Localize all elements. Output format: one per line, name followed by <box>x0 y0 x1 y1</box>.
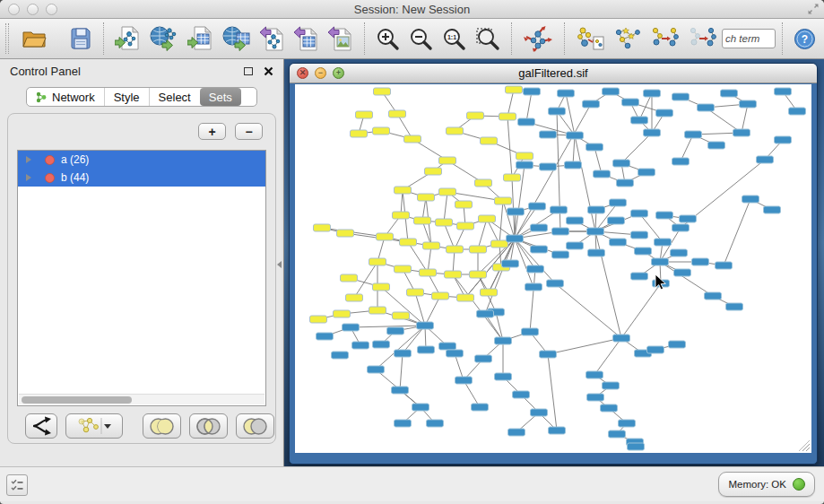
frame-minimize-icon[interactable]: − <box>315 67 326 79</box>
control-panel-header: Control Panel <box>0 59 283 83</box>
task-history-button[interactable] <box>6 474 28 496</box>
graph-node <box>334 310 351 317</box>
create-set-from-selection-button[interactable] <box>65 413 123 439</box>
graph-node <box>775 88 792 95</box>
graph-node <box>393 212 410 219</box>
resize-grip[interactable] <box>799 440 811 452</box>
network-frame[interactable]: ✕ − + galFiltered.sif <box>289 63 818 465</box>
save-session-button[interactable] <box>65 22 97 56</box>
import-network-file-button[interactable] <box>110 22 145 56</box>
graph-node <box>414 217 431 224</box>
graph-node <box>587 228 604 235</box>
graph-node <box>531 409 548 416</box>
zoom-out-button[interactable] <box>404 22 438 56</box>
open-session-button[interactable] <box>16 22 52 56</box>
split-set-button[interactable] <box>25 413 57 439</box>
graph-node <box>669 341 686 348</box>
toolbar-drag-handle[interactable] <box>5 23 9 54</box>
tab-style[interactable]: Style <box>104 88 149 106</box>
frame-close-icon[interactable]: ✕ <box>297 67 308 79</box>
show-all-button[interactable] <box>684 22 722 56</box>
graph-node <box>721 90 738 97</box>
minimize-window-button[interactable] <box>27 4 39 15</box>
apply-layout-button[interactable] <box>518 22 558 56</box>
graph-node <box>672 93 690 100</box>
graph-node <box>789 108 806 115</box>
graph-node <box>481 289 498 296</box>
graph-node <box>457 222 474 230</box>
graph-node <box>674 269 691 276</box>
panel-collapse-handle[interactable] <box>276 258 282 271</box>
tab-select[interactable]: Select <box>149 88 200 106</box>
graph-node <box>337 230 354 237</box>
hide-selected-button[interactable] <box>646 22 684 56</box>
tab-network[interactable]: Network <box>27 88 104 106</box>
graph-node <box>603 88 620 95</box>
zoom-in-button[interactable] <box>371 22 404 56</box>
union-sets-button[interactable] <box>143 413 181 439</box>
graph-node <box>502 260 519 267</box>
graph-node <box>656 109 673 117</box>
graph-node <box>613 335 630 342</box>
memory-status-label: Memory: OK <box>728 479 786 490</box>
network-canvas-svg <box>295 84 811 453</box>
close-panel-icon[interactable] <box>264 66 273 76</box>
import-network-url-button[interactable] <box>145 22 183 56</box>
scrollbar-thumb[interactable] <box>22 396 132 404</box>
graph-node <box>373 127 390 135</box>
set-row-a[interactable]: a (26) <box>18 151 265 169</box>
help-button[interactable]: ? <box>789 22 820 56</box>
zoom-in-icon <box>376 27 400 51</box>
remove-set-button[interactable]: − <box>235 123 263 140</box>
graph-node <box>470 246 487 253</box>
graph-node <box>439 157 456 164</box>
graph-node <box>587 394 604 401</box>
select-from-file-button[interactable] <box>571 22 609 56</box>
select-first-neighbors-button[interactable] <box>609 22 646 56</box>
search-input[interactable] <box>722 29 776 48</box>
sets-panel: + − a (26) b (44) <box>7 113 276 444</box>
sets-list: a (26) b (44) <box>17 150 266 406</box>
graph-node <box>518 118 535 126</box>
graph-node <box>447 350 464 357</box>
graph-node <box>447 127 464 135</box>
zoom-window-button[interactable] <box>46 4 57 15</box>
graph-node <box>551 206 568 213</box>
intersect-sets-button[interactable] <box>189 413 228 439</box>
graph-node <box>373 341 390 348</box>
export-image-button[interactable] <box>324 22 358 56</box>
export-network-button[interactable] <box>256 22 290 56</box>
float-panel-icon[interactable] <box>244 67 253 75</box>
close-window-button[interactable] <box>8 4 20 15</box>
import-table-url-button[interactable] <box>218 22 256 56</box>
memory-status-button[interactable]: Memory: OK <box>718 472 815 497</box>
split-arrows-icon <box>30 415 53 437</box>
add-set-button[interactable]: + <box>198 123 226 140</box>
network-frame-titlebar[interactable]: ✕ − + galFiltered.sif <box>290 64 817 83</box>
tab-sets[interactable]: Sets <box>200 88 241 106</box>
toolbar-separator <box>782 22 783 55</box>
window-titlebar: Session: New Session <box>0 0 824 19</box>
export-table-button[interactable] <box>290 22 324 56</box>
graph-node <box>516 161 533 169</box>
graph-node <box>479 215 496 222</box>
graph-node <box>567 217 584 224</box>
expander-icon[interactable] <box>26 156 31 163</box>
graph-node <box>655 239 672 246</box>
import-table-file-button[interactable] <box>183 22 218 56</box>
graph-node <box>395 187 412 194</box>
network-canvas[interactable] <box>295 84 811 453</box>
graph-node <box>392 387 409 394</box>
set-row-b[interactable]: b (44) <box>18 169 265 187</box>
frame-maximize-icon[interactable]: + <box>333 67 344 79</box>
save-floppy-icon <box>69 27 92 50</box>
graph-node <box>418 194 435 201</box>
venn-difference-icon <box>241 417 269 436</box>
expander-icon[interactable] <box>26 174 31 181</box>
graph-node <box>603 382 620 389</box>
zoom-fit-selected-button[interactable] <box>471 22 505 56</box>
fullscreen-icon[interactable] <box>806 2 820 20</box>
zoom-actual-size-button[interactable]: 1:1 <box>438 22 471 56</box>
difference-sets-button[interactable] <box>236 413 274 439</box>
graph-node <box>467 112 484 119</box>
